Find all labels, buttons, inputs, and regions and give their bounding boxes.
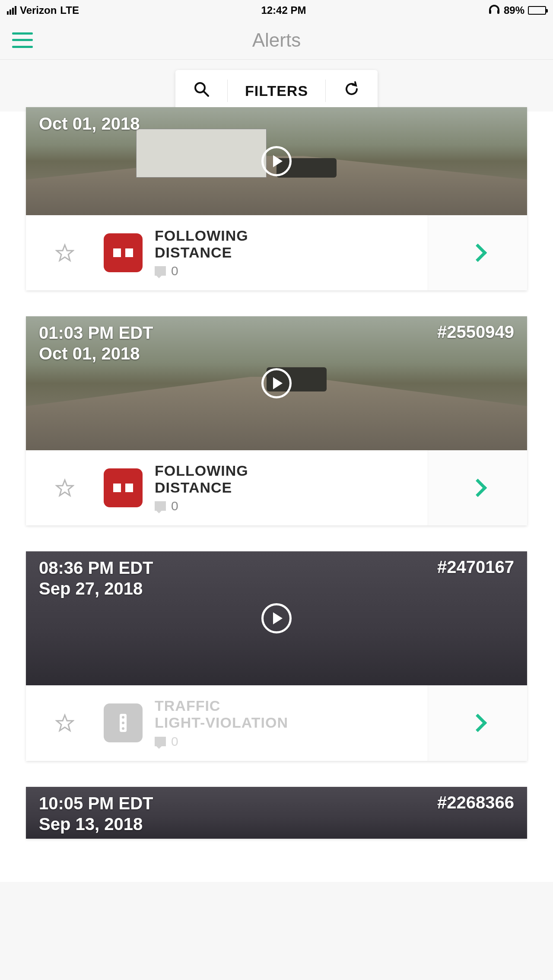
svg-marker-7 — [57, 480, 73, 496]
alert-id: #2268366 — [437, 793, 514, 812]
refresh-button[interactable] — [326, 70, 378, 111]
signal-icon — [7, 6, 16, 15]
alert-date: Sep 13, 2018 — [39, 814, 153, 834]
alert-thumbnail[interactable]: 10:05 PM EDTSep 13, 2018#2268366 — [26, 787, 527, 839]
alert-id: #2470167 — [437, 557, 514, 577]
menu-button[interactable] — [12, 32, 33, 48]
svg-marker-10 — [57, 715, 73, 731]
page-title: Alerts — [252, 29, 301, 51]
alert-card: 10:05 PM EDTSep 13, 2018#2268366 — [26, 787, 527, 839]
comment-icon — [155, 737, 166, 746]
open-alert-button[interactable] — [428, 685, 527, 760]
svg-point-14 — [122, 727, 124, 730]
app-header: Alerts — [0, 21, 553, 60]
alert-card: Oct 01, 2018FOLLOWINGDISTANCE0 — [26, 107, 527, 290]
comment-icon — [155, 266, 166, 276]
search-icon — [193, 80, 210, 101]
favorite-button[interactable] — [55, 478, 74, 497]
alert-card: 01:03 PM EDTOct 01, 2018#2550949FOLLOWIN… — [26, 316, 527, 525]
svg-rect-5 — [113, 248, 121, 257]
alert-id: #2550949 — [437, 322, 514, 342]
chevron-right-icon — [468, 244, 486, 262]
svg-point-13 — [122, 722, 124, 724]
following-distance-icon — [104, 233, 143, 272]
svg-rect-8 — [113, 484, 121, 492]
comment-count: 0 — [171, 499, 178, 513]
search-button[interactable] — [175, 70, 227, 111]
alert-row: FOLLOWINGDISTANCE0 — [26, 450, 527, 525]
refresh-icon — [343, 80, 360, 101]
following-distance-icon — [104, 468, 143, 507]
open-alert-button[interactable] — [428, 450, 527, 525]
alert-type-label: FOLLOWINGDISTANCE — [155, 227, 248, 261]
alert-card: 08:36 PM EDTSep 27, 2018#2470167TRAFFICL… — [26, 551, 527, 760]
battery-icon — [528, 6, 546, 15]
comment-count: 0 — [171, 264, 178, 278]
svg-rect-1 — [497, 10, 499, 14]
battery-percent: 89% — [504, 4, 524, 16]
svg-rect-0 — [489, 10, 491, 14]
filters-button[interactable]: FILTERS — [228, 72, 325, 110]
svg-marker-4 — [57, 245, 73, 261]
alert-thumbnail[interactable]: 01:03 PM EDTOct 01, 2018#2550949 — [26, 316, 527, 450]
open-alert-button[interactable] — [428, 215, 527, 290]
alert-time: 08:36 PM EDT — [39, 557, 153, 578]
play-icon[interactable] — [261, 368, 292, 398]
chevron-right-icon — [468, 479, 486, 497]
alert-row: TRAFFICLIGHT-VIOLATION0 — [26, 685, 527, 760]
headphones-icon — [488, 4, 500, 17]
toolbar: FILTERS — [175, 70, 378, 111]
status-bar: Verizon LTE 12:42 PM 89% — [0, 0, 553, 21]
alert-type-label: FOLLOWINGDISTANCE — [155, 462, 248, 496]
svg-line-3 — [204, 92, 208, 96]
alert-type-label: TRAFFICLIGHT-VIOLATION — [155, 697, 288, 731]
alert-row: FOLLOWINGDISTANCE0 — [26, 215, 527, 290]
alert-thumbnail[interactable]: 08:36 PM EDTSep 27, 2018#2470167 — [26, 551, 527, 685]
svg-rect-6 — [125, 248, 133, 257]
traffic-light-icon — [104, 703, 143, 742]
alert-thumbnail[interactable]: Oct 01, 2018 — [26, 107, 527, 215]
alert-date: Oct 01, 2018 — [39, 343, 153, 364]
svg-point-12 — [122, 716, 124, 719]
chevron-right-icon — [468, 714, 486, 732]
favorite-button[interactable] — [55, 243, 74, 262]
clock: 12:42 PM — [261, 4, 306, 16]
alert-time: 01:03 PM EDT — [39, 322, 153, 343]
play-icon[interactable] — [261, 603, 292, 633]
play-icon[interactable] — [261, 146, 292, 176]
carrier-label: Verizon — [20, 4, 57, 16]
svg-rect-9 — [125, 484, 133, 492]
alert-time: 10:05 PM EDT — [39, 793, 153, 814]
alert-date: Sep 27, 2018 — [39, 578, 153, 599]
favorite-button[interactable] — [55, 713, 74, 732]
comment-count: 0 — [171, 734, 178, 749]
alert-date: Oct 01, 2018 — [39, 113, 140, 134]
comment-icon — [155, 501, 166, 511]
network-label: LTE — [60, 4, 79, 16]
